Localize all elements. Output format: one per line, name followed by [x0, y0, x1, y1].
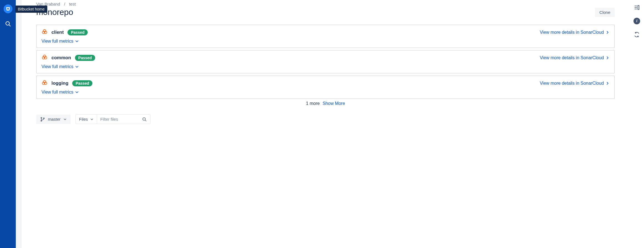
card-name: logging — [51, 81, 68, 86]
main-content: Van Braband / test monorepo Clone — [21, 0, 630, 248]
sync-icon — [634, 32, 640, 38]
scope-label: Files — [79, 117, 88, 122]
view-metrics-label: View full metrics — [41, 64, 73, 69]
svg-point-11 — [41, 117, 42, 118]
view-details-label: View more details in SonarCloud — [540, 81, 604, 86]
branch-name: master — [48, 117, 61, 122]
sonarcloud-icon — [41, 29, 48, 36]
branch-icon — [40, 117, 45, 122]
chevron-down-icon — [63, 118, 67, 121]
filter-files-input[interactable] — [97, 115, 139, 124]
chevron-right-icon — [606, 56, 609, 60]
panel-icon — [634, 4, 640, 11]
source-filter-bar: master Files — [36, 114, 615, 124]
view-details-label: View more details in SonarCloud — [540, 55, 604, 60]
chevron-right-icon — [606, 30, 609, 34]
sonar-card: client Passed View more details in Sonar… — [36, 25, 615, 48]
svg-point-13 — [43, 118, 45, 119]
more-count: 1 more — [306, 101, 320, 106]
file-filter-group: Files — [76, 114, 150, 124]
filter-search-button[interactable] — [139, 115, 150, 123]
breadcrumb: Van Braband / test — [36, 2, 615, 6]
chevron-down-icon — [75, 39, 79, 43]
breadcrumb-project[interactable]: test — [69, 2, 76, 6]
left-nav-rail: Bitbucket home — [0, 0, 16, 248]
svg-line-1 — [9, 25, 11, 26]
search-icon — [5, 20, 11, 27]
chevron-down-icon — [75, 90, 79, 94]
status-badge: Passed — [72, 80, 92, 86]
sonarcloud-icon — [41, 80, 48, 87]
chevron-right-icon — [606, 81, 609, 85]
breadcrumb-separator: / — [64, 2, 65, 6]
status-badge: Passed — [67, 29, 88, 35]
svg-point-0 — [6, 22, 9, 25]
svg-point-14 — [143, 118, 146, 120]
card-name: common — [51, 55, 71, 61]
search-icon — [142, 117, 147, 122]
chevron-down-icon — [90, 118, 94, 121]
status-badge: Passed — [75, 55, 95, 61]
info-button[interactable]: i — [633, 18, 640, 24]
collapsed-project-sidebar[interactable] — [16, 0, 21, 248]
view-details-link[interactable]: View more details in SonarCloud — [540, 81, 609, 86]
show-more-link[interactable]: Show More — [323, 101, 345, 106]
right-rail: i — [630, 0, 644, 248]
scope-selector[interactable]: Files — [76, 115, 97, 124]
svg-rect-19 — [638, 6, 639, 10]
view-metrics-link[interactable]: View full metrics — [41, 64, 609, 69]
branch-selector[interactable]: master — [36, 115, 71, 124]
card-name: client — [51, 30, 64, 35]
bitbucket-logo[interactable] — [4, 4, 12, 13]
info-icon: i — [633, 18, 640, 24]
chevron-down-icon — [75, 65, 79, 69]
view-metrics-label: View full metrics — [41, 90, 73, 95]
view-metrics-label: View full metrics — [41, 39, 73, 44]
bitbucket-icon — [6, 6, 11, 11]
sonar-card: logging Passed View more details in Sona… — [36, 76, 615, 99]
tooltip-home: Bitbucket home — [15, 6, 48, 13]
view-details-link[interactable]: View more details in SonarCloud — [540, 55, 609, 60]
sonar-cards-list: client Passed View more details in Sonar… — [36, 25, 615, 99]
sonar-card: common Passed View more details in Sonar… — [36, 50, 615, 73]
global-search-button[interactable] — [5, 20, 11, 28]
svg-point-12 — [41, 120, 42, 121]
svg-line-15 — [145, 120, 146, 121]
sync-button[interactable] — [634, 32, 640, 38]
view-details-link[interactable]: View more details in SonarCloud — [540, 30, 609, 35]
clone-button[interactable]: Clone — [595, 8, 615, 17]
view-metrics-link[interactable]: View full metrics — [41, 39, 609, 44]
panel-toggle-button[interactable] — [634, 4, 640, 11]
view-metrics-link[interactable]: View full metrics — [41, 90, 609, 95]
sonarcloud-icon — [41, 54, 48, 61]
pagination-row: 1 more Show More — [36, 101, 615, 106]
view-details-label: View more details in SonarCloud — [540, 30, 604, 35]
